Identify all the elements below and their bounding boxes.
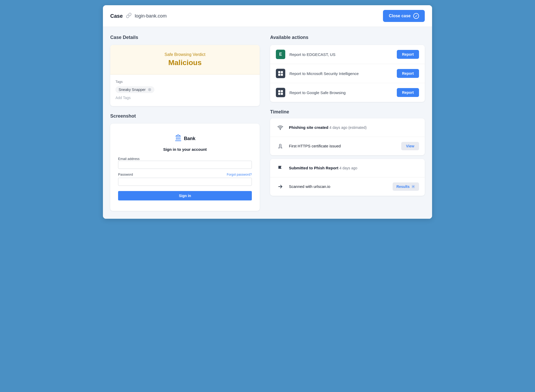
password-label: Password <box>118 172 133 176</box>
tags-label: Tags <box>115 80 254 84</box>
email-label: Email address <box>118 157 252 161</box>
signin-button[interactable]: Sign in <box>118 191 252 200</box>
close-case-button[interactable]: Close case ✓ <box>383 10 425 22</box>
tag-remove-icon[interactable]: ⊗ <box>148 88 151 92</box>
screenshot-inner: Bank Sign in to your account Email addre… <box>115 129 254 206</box>
verdict-label: Safe Browsing Verdict <box>115 52 254 57</box>
password-input[interactable] <box>118 178 252 186</box>
content-area: Case Details Safe Browsing Verdict Malic… <box>103 27 432 219</box>
action-row-edgecast: E Report to EDGECAST, US Report <box>270 45 425 64</box>
svg-rect-8 <box>278 74 280 76</box>
signin-title: Sign in to your account <box>118 147 252 152</box>
timeline-block-1: Phishing site created 4 days ago (estima… <box>270 118 425 155</box>
action-row-microsoft: Report to Microsoft Security Intelligenc… <box>270 64 425 83</box>
svg-rect-13 <box>281 93 283 95</box>
bank-icon <box>175 134 182 143</box>
svg-rect-11 <box>281 90 283 92</box>
header-url: login-bank.com <box>135 13 383 19</box>
https-cert-content: First HTTPS certificate issued <box>289 144 401 148</box>
timeline-block-2: Submitted to Phish Report 4 days ago Sca… <box>270 159 425 196</box>
edgecast-icon: E <box>276 50 285 59</box>
submitted-strong: Submitted to Phish Report <box>289 166 338 170</box>
right-column: Available actions E Report to EDGECAST, … <box>268 35 425 211</box>
timeline-row-https-cert: First HTTPS certificate issued View <box>270 137 425 155</box>
svg-rect-12 <box>278 93 280 95</box>
screenshot-title: Screenshot <box>110 113 260 119</box>
svg-rect-6 <box>278 71 280 73</box>
verdict-value: Malicious <box>115 59 254 67</box>
arrow-icon <box>276 182 285 191</box>
header: Case login-bank.com Close case ✓ <box>103 5 432 27</box>
password-label-row: Password Forgot password? <box>118 172 252 176</box>
verdict-box: Safe Browsing Verdict Malicious <box>110 45 260 74</box>
google-icon <box>276 88 285 97</box>
case-details-title: Case Details <box>110 35 260 40</box>
action-row-google: Report to Google Safe Browsing Report <box>270 83 425 102</box>
phishing-created-time: 4 days ago (estimated) <box>329 125 367 130</box>
tags-list: Sneaky Snapper ⊗ <box>115 86 254 93</box>
password-form-group: Password Forgot password? <box>118 172 252 186</box>
https-cert-text: First HTTPS certificate issued <box>289 144 341 148</box>
add-tags-input[interactable]: Add Tags <box>115 96 254 100</box>
svg-rect-10 <box>278 90 280 92</box>
urlscan-content: Scanned with urlscan.io <box>289 184 393 189</box>
svg-rect-17 <box>412 185 415 188</box>
phishing-created-content: Phishing site created 4 days ago (estima… <box>289 125 419 130</box>
edgecast-action-text: Report to EDGECAST, US <box>289 52 397 57</box>
tag-name: Sneaky Snapper <box>119 88 146 92</box>
results-label: Results <box>396 185 410 189</box>
submitted-content: Submitted to Phish Report 4 days ago <box>289 166 419 170</box>
actions-card: E Report to EDGECAST, US Report Rep <box>270 45 425 102</box>
microsoft-action-text: Report to Microsoft Security Intelligenc… <box>289 71 397 76</box>
timeline-row-urlscan: Scanned with urlscan.io Results <box>270 177 425 196</box>
timeline-row-phishing-created: Phishing site created 4 days ago (estima… <box>270 118 425 137</box>
timeline-row-submitted: Submitted to Phish Report 4 days ago <box>270 159 425 177</box>
svg-point-14 <box>280 129 281 130</box>
svg-point-15 <box>279 144 281 146</box>
report-microsoft-button[interactable]: Report <box>397 69 419 78</box>
screenshot-section: Screenshot <box>110 113 260 211</box>
wifi-icon <box>276 123 285 132</box>
view-cert-button[interactable]: View <box>401 142 419 150</box>
svg-rect-9 <box>281 74 283 76</box>
submitted-time: 4 days ago <box>339 166 357 170</box>
timeline-title: Timeline <box>270 109 425 115</box>
screenshot-card: Bank Sign in to your account Email addre… <box>110 124 260 211</box>
tags-section: Tags Sneaky Snapper ⊗ Add Tags <box>110 74 260 106</box>
results-urlscan-button[interactable]: Results <box>393 182 419 191</box>
phishing-created-strong: Phishing site created <box>289 125 328 130</box>
report-edgecast-button[interactable]: Report <box>397 50 419 59</box>
case-details-card: Safe Browsing Verdict Malicious Tags Sne… <box>110 45 260 106</box>
available-actions-title: Available actions <box>270 35 425 40</box>
flag-icon <box>276 164 285 172</box>
cert-icon <box>276 142 285 151</box>
email-form-group: Email address <box>118 157 252 169</box>
left-column: Case Details Safe Browsing Verdict Malic… <box>110 35 268 211</box>
submitted-text: Submitted to Phish Report 4 days ago <box>289 166 357 170</box>
microsoft-icon <box>276 69 285 78</box>
svg-marker-5 <box>176 135 181 136</box>
close-case-label: Close case <box>389 14 411 18</box>
forgot-password-link[interactable]: Forgot password? <box>227 173 252 176</box>
report-google-button[interactable]: Report <box>397 88 419 97</box>
google-action-text: Report to Google Safe Browsing <box>289 90 397 95</box>
svg-rect-7 <box>281 71 283 73</box>
urlscan-text: Scanned with urlscan.io <box>289 184 330 189</box>
tag-chip: Sneaky Snapper ⊗ <box>115 86 154 93</box>
check-icon: ✓ <box>413 13 419 19</box>
phishing-created-text: Phishing site created 4 days ago (estima… <box>289 125 367 130</box>
link-icon <box>126 13 132 20</box>
case-label: Case <box>110 13 123 19</box>
bank-name: Bank <box>184 136 195 141</box>
email-input[interactable] <box>118 161 252 169</box>
main-card: Case login-bank.com Close case ✓ Case De… <box>103 5 432 219</box>
results-icon <box>411 185 415 189</box>
bank-logo: Bank <box>118 134 252 143</box>
